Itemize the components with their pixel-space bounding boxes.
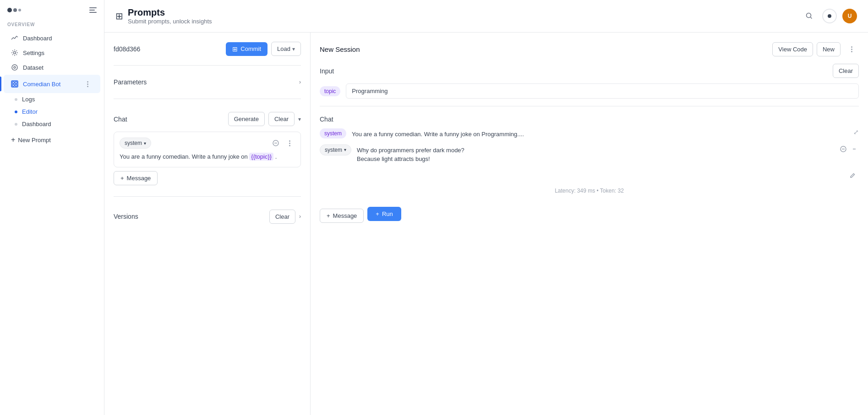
message-more-icon[interactable] [284, 138, 295, 149]
message-text-1: You are a funny comedian. Write a funny … [120, 152, 295, 161]
comedian-bot-more-icon[interactable] [82, 78, 93, 89]
topbar-left: ⊞ Prompts Submit prompts, unlock insight… [115, 7, 212, 25]
sidebar: OVERVIEW Dashboard Settings Dataset [0, 0, 104, 415]
sidebar-item-editor[interactable]: Editor [0, 105, 104, 118]
svg-rect-6 [12, 84, 14, 86]
topbar: ⊞ Prompts Submit prompts, unlock insight… [104, 0, 868, 33]
result-role-badge-2[interactable]: system ▾ [320, 144, 351, 155]
run-plus-icon: + [376, 210, 379, 217]
sidebar-dashboard-sub-label: Dashboard [22, 121, 51, 127]
session-more-icon [846, 44, 857, 55]
main-content: ⊞ Prompts Submit prompts, unlock insight… [104, 0, 868, 415]
message-suffix: . [275, 153, 277, 160]
message-2-dash-button[interactable] [850, 144, 859, 154]
generate-button[interactable]: Generate [228, 112, 265, 126]
divider-1 [114, 65, 301, 66]
role-label: system [125, 140, 142, 146]
view-code-button[interactable]: View Code [772, 42, 813, 56]
prompts-page-icon: ⊞ [115, 11, 123, 22]
prompt-id: fd08d366 [114, 45, 140, 53]
add-msg-plus-icon: + [327, 212, 330, 219]
new-session-button[interactable]: New [817, 42, 841, 56]
clear-input-label: Clear [839, 67, 853, 74]
panels-container: fd08d366 ⊞ Commit Load ▾ Parameters › [104, 33, 868, 415]
message-minus-button[interactable] [271, 138, 280, 148]
input-title: Input [320, 67, 334, 75]
view-code-label: View Code [778, 46, 807, 53]
sidebar-item-dashboard[interactable]: Dashboard [4, 31, 100, 45]
sidebar-item-logs[interactable]: Logs [0, 93, 104, 105]
latency-info: Latency: 349 ms • Token: 32 [320, 188, 859, 194]
run-button[interactable]: + Run [367, 207, 401, 221]
sidebar-item-settings[interactable]: Settings [4, 45, 100, 60]
expand-arrows-icon[interactable]: ⤢ [853, 128, 859, 136]
svg-rect-7 [15, 84, 17, 86]
overview-label: OVERVIEW [0, 22, 104, 31]
versions-expand-icon[interactable]: › [299, 213, 301, 220]
template-variable: {{topic}} [249, 153, 273, 160]
add-message-button[interactable]: + Message [114, 171, 158, 185]
chat-results-section: Chat system You are a funny comedian. Wr… [320, 116, 859, 169]
result-role-1-label: system [324, 130, 342, 137]
message-2-minus-button[interactable] [839, 144, 848, 154]
sidebar-item-dashboard-sub[interactable]: Dashboard [0, 118, 104, 130]
user-avatar[interactable]: U [842, 9, 857, 23]
editor-dot [15, 111, 17, 113]
input-section: Input Clear topic [320, 64, 859, 99]
new-prompt-label: New Prompt [18, 137, 51, 144]
svg-rect-4 [12, 82, 14, 83]
role-badge-system[interactable]: system ▾ [120, 138, 151, 149]
clear-chat-button[interactable]: Clear [268, 112, 295, 126]
edit-area [320, 169, 859, 182]
sidebar-item-dataset[interactable]: Dataset [4, 60, 100, 75]
bot-icon [11, 80, 18, 88]
logo-dot-3 [18, 9, 21, 11]
versions-actions: Clear › [269, 210, 301, 224]
result-role-badge-1[interactable]: system [320, 128, 346, 138]
left-panel: fd08d366 ⊞ Commit Load ▾ Parameters › [104, 33, 311, 415]
result-message-2: system ▾ Why do programmers prefer dark … [320, 144, 859, 164]
status-indicator[interactable] [822, 9, 837, 23]
parameters-expand-icon[interactable]: › [299, 79, 301, 85]
chat-expand-icon[interactable]: ▾ [298, 116, 301, 122]
topic-input[interactable] [346, 83, 859, 99]
dataset-icon [11, 64, 18, 71]
session-more-button[interactable] [844, 42, 859, 56]
svg-point-2 [14, 66, 16, 68]
chat-section: Chat Generate Clear ▾ system [114, 106, 301, 185]
result-text-2-line1: Why do programmers prefer dark mode? [357, 146, 833, 155]
sidebar-dataset-label: Dataset [23, 64, 44, 71]
add-message-session-button[interactable]: + Message [320, 209, 364, 223]
commit-label: Commit [240, 45, 261, 52]
edit-button[interactable] [846, 169, 859, 182]
sidebar-settings-label: Settings [23, 50, 44, 56]
add-msg-label: Message [333, 212, 357, 219]
session-header: New Session View Code New [320, 42, 859, 56]
status-dot [828, 14, 831, 18]
input-header: Input Clear [320, 64, 859, 78]
result-content-1: You are a funny comedian. Write a funny … [352, 128, 848, 139]
message-block-1-actions [271, 138, 295, 149]
page-subtitle: Submit prompts, unlock insights [128, 18, 212, 25]
topic-badge: topic [320, 86, 340, 96]
load-chevron-icon: ▾ [292, 46, 295, 52]
clear-versions-button[interactable]: Clear [269, 210, 295, 224]
result-role-2-label: system [325, 147, 342, 153]
new-prompt-button[interactable]: + New Prompt [4, 132, 100, 148]
session-divider [320, 106, 859, 106]
prompt-actions: ⊞ Commit Load ▾ [226, 42, 301, 56]
plus-icon: + [11, 136, 15, 144]
sidebar-logs-label: Logs [22, 96, 35, 103]
clear-input-button[interactable]: Clear [833, 64, 859, 78]
hamburger-icon[interactable] [89, 7, 97, 13]
clear-chat-label: Clear [274, 116, 289, 122]
sidebar-item-comedian-bot[interactable]: Comedian Bot [4, 75, 100, 93]
search-button[interactable] [802, 9, 817, 23]
load-button[interactable]: Load ▾ [271, 42, 301, 56]
result-actions-2 [839, 144, 859, 154]
page-title: Prompts [128, 7, 212, 18]
commit-button[interactable]: ⊞ Commit [226, 42, 267, 56]
logo-dot-2 [13, 8, 17, 12]
logo-dot-1 [7, 8, 12, 12]
result-text-2-line2: Because light attracts bugs! [357, 155, 833, 164]
